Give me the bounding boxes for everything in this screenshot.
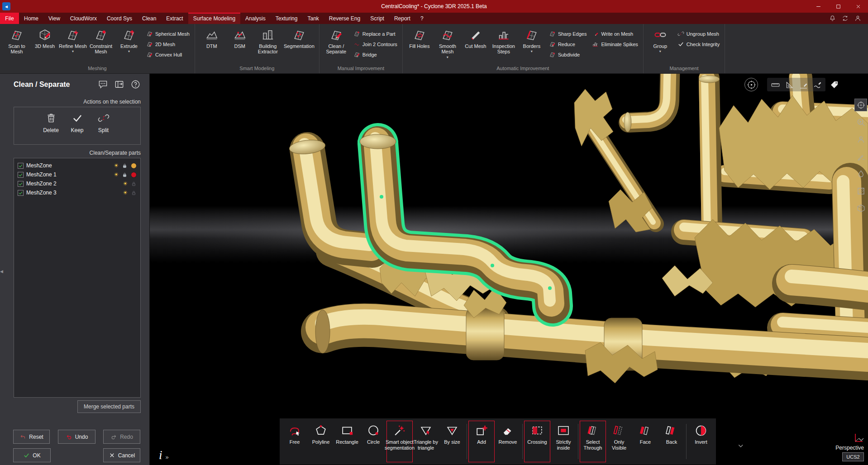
shading-icon[interactable] — [855, 168, 867, 180]
part-row-meshzone-1[interactable]: MeshZone 1 ☀ — [16, 170, 138, 179]
app-logo-icon[interactable]: ◄ — [2, 2, 10, 10]
tool-polyline[interactable]: Polyline — [308, 421, 334, 462]
ucs-selector-button[interactable]: UCS2 — [842, 452, 864, 461]
measure-angle-icon[interactable] — [783, 79, 795, 90]
part-row-meshzone-3[interactable]: MeshZone 3 ☀ — [16, 188, 138, 197]
tool-smart-object-segmentation[interactable]: Smart object segmentation — [386, 421, 413, 462]
orbit-icon[interactable] — [855, 99, 867, 111]
notifications-icon[interactable] — [829, 14, 836, 22]
projection-label[interactable]: Perspective — [835, 445, 864, 451]
quick-measure-icon[interactable] — [797, 79, 809, 90]
sharp-edges-button[interactable]: Sharp Edges — [549, 30, 587, 37]
comments-icon[interactable] — [98, 79, 108, 90]
zoom-window-icon[interactable] — [855, 116, 867, 128]
maximize-button[interactable] — [828, 0, 848, 13]
tab-view[interactable]: View — [43, 13, 65, 24]
visibility-checkbox[interactable] — [18, 181, 24, 187]
tool-strictly-inside[interactable]: Strictly inside — [550, 421, 577, 462]
reset-button[interactable]: Reset — [13, 430, 50, 444]
camera-icon[interactable] — [855, 133, 867, 145]
tab-home[interactable]: Home — [19, 13, 43, 24]
dsm-button[interactable]: DSM — [226, 26, 254, 49]
smooth-mesh-button[interactable]: Smooth Mesh ▾ — [434, 26, 462, 59]
keep-button[interactable]: Keep — [64, 107, 91, 144]
tab-surface-modeling[interactable]: Surface Modeling — [188, 13, 240, 24]
tab-coord-sys[interactable]: Coord Sys — [102, 13, 137, 24]
sync-icon[interactable] — [841, 14, 849, 22]
clipping-icon[interactable] — [855, 185, 867, 197]
visibility-checkbox[interactable] — [18, 190, 24, 196]
merge-selected-parts-button[interactable]: Merge selected parts — [77, 400, 141, 413]
group-button[interactable]: Group ▾ — [646, 26, 674, 53]
tool-by-size[interactable]: By size — [439, 421, 465, 462]
borders-button[interactable]: Borders ▾ — [518, 26, 546, 53]
tab-reverse-eng[interactable]: Reverse Eng — [324, 13, 365, 24]
visibility-checkbox[interactable] — [18, 163, 24, 169]
visibility-checkbox[interactable] — [18, 172, 24, 178]
cancel-button[interactable]: Cancel — [103, 448, 140, 462]
tab-help[interactable]: ? — [415, 13, 429, 24]
segmentation-button[interactable]: Segmentation — [282, 26, 316, 49]
tool-invert[interactable]: Invert — [688, 421, 714, 462]
center-on-selection-icon[interactable] — [744, 78, 758, 91]
redo-button[interactable]: Redo — [103, 430, 140, 444]
part-row-meshzone[interactable]: MeshZone ☀ — [16, 161, 138, 170]
spherical-mesh-button[interactable]: Spherical Mesh — [146, 30, 190, 37]
tool-back[interactable]: Back — [658, 421, 685, 462]
viewport-3d[interactable]: Free Polyline Rectangle Circle Smart obj… — [150, 74, 868, 465]
cut-mesh-button[interactable]: Cut Mesh — [462, 26, 490, 49]
check-integrity-button[interactable]: Check Integrity — [677, 41, 720, 47]
tool-triangle-by-triangle[interactable]: Triangle by triangle — [413, 421, 439, 462]
file-menu-button[interactable]: File — [0, 13, 19, 24]
part-row-meshzone-2[interactable]: MeshZone 2 ☀ — [16, 179, 138, 188]
split-button[interactable]: Split — [91, 107, 117, 144]
undo-button[interactable]: Undo — [58, 430, 95, 444]
freehand-measure-icon[interactable] — [811, 79, 823, 90]
tool-crossing[interactable]: Crossing — [524, 421, 550, 462]
scan-to-mesh-button[interactable]: Scan to Mesh — [3, 26, 31, 55]
expand-chevrons[interactable]: » — [166, 454, 169, 461]
help-icon[interactable] — [130, 79, 141, 90]
ok-button[interactable]: OK — [13, 448, 51, 462]
toolbar-collapse-icon[interactable] — [736, 443, 744, 448]
refine-mesh-button[interactable]: Refine Mesh ▾ — [59, 26, 87, 53]
tab-clean[interactable]: Clean — [137, 13, 161, 24]
inspection-steps-button[interactable]: Inspection Steps — [490, 26, 518, 55]
building-extractor-button[interactable]: Building Extractor — [254, 26, 282, 55]
3d-mesh-button[interactable]: 3D Mesh — [31, 26, 59, 49]
tool-free[interactable]: Free — [281, 421, 308, 462]
panel-collapse-handle[interactable]: ◀ — [0, 266, 4, 277]
detach-panel-icon[interactable] — [114, 79, 124, 90]
tool-rectangle[interactable]: Rectangle — [334, 421, 360, 462]
reduce-button[interactable]: Reduce — [549, 41, 587, 47]
minimize-button[interactable] — [808, 0, 828, 13]
tab-script[interactable]: Script — [365, 13, 389, 24]
bridge-button[interactable]: Bridge — [353, 51, 397, 58]
measure-distance-icon[interactable] — [769, 79, 781, 90]
constraint-mesh-button[interactable]: Constraint Mesh — [87, 26, 115, 55]
tool-only-visible[interactable]: Only Visible — [606, 421, 632, 462]
tab-analysis[interactable]: Analysis — [240, 13, 271, 24]
account-icon[interactable] — [854, 14, 862, 22]
label-tag-icon[interactable] — [828, 79, 840, 90]
replace-a-part-button[interactable]: Replace a Part — [353, 30, 397, 37]
tab-cloudworx[interactable]: CloudWorx — [65, 13, 102, 24]
part-color-dot[interactable] — [131, 163, 137, 169]
info-icon[interactable]: i — [159, 449, 162, 461]
tab-texturing[interactable]: Texturing — [271, 13, 303, 24]
write-on-mesh-button[interactable]: Write on Mesh — [592, 30, 638, 37]
draw-icon[interactable] — [855, 151, 867, 162]
extrude-button[interactable]: Extrude ▾ — [115, 26, 143, 53]
tool-remove[interactable]: Remove — [495, 421, 521, 462]
tab-report[interactable]: Report — [389, 13, 415, 24]
dtm-button[interactable]: DTM — [198, 26, 226, 49]
view-cube-icon[interactable] — [855, 202, 867, 214]
clean-separate-button[interactable]: Clean / Separate — [322, 26, 350, 55]
ungroup-mesh-button[interactable]: Ungroup Mesh — [677, 30, 720, 37]
tab-tank[interactable]: Tank — [302, 13, 324, 24]
2d-mesh-button[interactable]: 2D Mesh — [146, 41, 190, 47]
tool-circle[interactable]: Circle — [360, 421, 386, 462]
close-button[interactable] — [848, 0, 868, 13]
fill-holes-button[interactable]: Fill Holes — [405, 26, 434, 49]
subdivide-button[interactable]: Subdivide — [549, 51, 587, 58]
